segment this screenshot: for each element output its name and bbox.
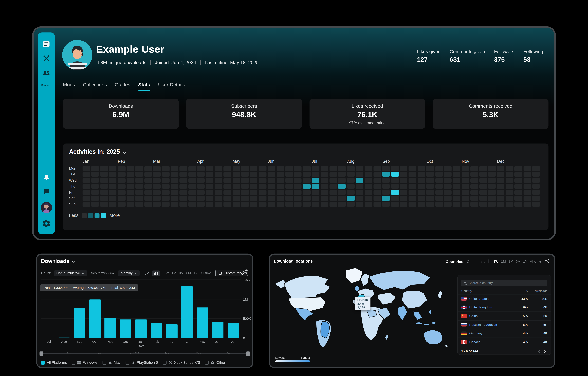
heatmap-cell[interactable]: [135, 190, 143, 195]
heatmap-cell[interactable]: [365, 190, 372, 195]
heatmap-cell[interactable]: [127, 202, 134, 207]
heatmap-cell[interactable]: [462, 178, 469, 183]
heatmap-cell[interactable]: [462, 172, 469, 177]
heatmap-cell[interactable]: [162, 202, 170, 207]
heatmap-cell[interactable]: [391, 166, 399, 171]
chart-bar-feb-7[interactable]: [151, 323, 162, 338]
heatmap-cell[interactable]: [153, 172, 161, 177]
heatmap-cell[interactable]: [374, 202, 381, 207]
heatmap-cell[interactable]: [417, 196, 425, 201]
heatmap-cell[interactable]: [180, 166, 187, 171]
other-checkbox[interactable]: [205, 361, 209, 365]
notifications-bell-icon[interactable]: [42, 173, 51, 182]
heatmap-cell[interactable]: [100, 190, 108, 195]
breakdown-dropdown[interactable]: Monthly: [118, 270, 140, 276]
heatmap-cell[interactable]: [435, 190, 443, 195]
heatmap-cell[interactable]: [135, 178, 143, 183]
heatmap-cell[interactable]: [312, 184, 320, 189]
heatmap-cell[interactable]: [118, 184, 125, 189]
range-6m[interactable]: 6M: [186, 271, 191, 275]
heatmap-cell[interactable]: [514, 202, 522, 207]
country-link[interactable]: China: [469, 314, 513, 318]
settings-gear-icon[interactable]: [42, 219, 51, 228]
chart-bar-apr-9[interactable]: [181, 286, 192, 338]
heatmap-cell[interactable]: [427, 184, 434, 189]
tab-collections[interactable]: Collections: [83, 82, 107, 91]
country-row[interactable]: Canada4%4K: [458, 337, 551, 346]
heatmap-cell[interactable]: [435, 172, 443, 177]
heatmap-cell[interactable]: [479, 172, 487, 177]
platform-filter-other[interactable]: Other: [205, 360, 225, 365]
heatmap-cell[interactable]: [83, 166, 90, 171]
heatmap-cell[interactable]: [409, 184, 417, 189]
heatmap-cell[interactable]: [162, 178, 170, 183]
heatmap-cell[interactable]: [444, 202, 452, 207]
heatmap-cell[interactable]: [135, 184, 143, 189]
heatmap-cell[interactable]: [409, 190, 417, 195]
heatmap-cell[interactable]: [321, 184, 328, 189]
heatmap-cell[interactable]: [241, 178, 249, 183]
heatmap-cell[interactable]: [312, 178, 320, 183]
heatmap-cell[interactable]: [277, 166, 284, 171]
heatmap-cell[interactable]: [532, 172, 540, 177]
heatmap-cell[interactable]: [232, 166, 240, 171]
heatmap-cell[interactable]: [303, 166, 310, 171]
chart-bar-oct-3[interactable]: [89, 299, 100, 338]
heatmap-cell[interactable]: [524, 178, 531, 183]
heatmap-cell[interactable]: [462, 184, 469, 189]
heatmap-cell[interactable]: [382, 166, 390, 171]
heatmap-cell[interactable]: [294, 178, 302, 183]
heatmap-cell[interactable]: [135, 196, 143, 201]
heatmap-cell[interactable]: [462, 196, 469, 201]
country-link[interactable]: United Kingdom: [469, 305, 513, 309]
heatmap-cell[interactable]: [303, 196, 310, 201]
heatmap-cell[interactable]: [391, 178, 399, 183]
heatmap-cell[interactable]: [427, 178, 434, 183]
heatmap-cell[interactable]: [338, 196, 346, 201]
country-link[interactable]: Germany: [469, 331, 513, 335]
heatmap-cell[interactable]: [241, 166, 249, 171]
chart-bar-nov-4[interactable]: [105, 318, 116, 338]
heatmap-cell[interactable]: [391, 184, 399, 189]
heatmap-cell[interactable]: [277, 184, 284, 189]
heatmap-cell[interactable]: [444, 178, 452, 183]
heatmap-cell[interactable]: [532, 202, 540, 207]
tab-stats[interactable]: Stats: [138, 82, 150, 91]
heatmap-cell[interactable]: [118, 190, 125, 195]
heatmap-cell[interactable]: [153, 184, 161, 189]
windows-checkbox[interactable]: [72, 361, 75, 365]
heatmap-cell[interactable]: [409, 202, 417, 207]
heatmap-cell[interactable]: [118, 196, 125, 201]
heatmap-cell[interactable]: [382, 190, 390, 195]
heatmap-cell[interactable]: [514, 184, 522, 189]
heatmap-cell[interactable]: [127, 172, 134, 177]
heatmap-cell[interactable]: [259, 184, 267, 189]
heatmap-cell[interactable]: [285, 190, 293, 195]
heatmap-cell[interactable]: [435, 178, 443, 183]
heatmap-cell[interactable]: [400, 196, 407, 201]
heatmap-cell[interactable]: [294, 202, 302, 207]
heatmap-cell[interactable]: [497, 172, 505, 177]
heatmap-cell[interactable]: [365, 178, 372, 183]
heatmap-cell[interactable]: [259, 172, 267, 177]
heatmap-cell[interactable]: [417, 184, 425, 189]
heatmap-cell[interactable]: [83, 178, 90, 183]
heatmap-cell[interactable]: [514, 166, 522, 171]
heatmap-cell[interactable]: [100, 166, 108, 171]
heatmap-cell[interactable]: [435, 184, 443, 189]
heatmap-cell[interactable]: [180, 196, 187, 201]
heatmap-cell[interactable]: [497, 184, 505, 189]
heatmap-cell[interactable]: [400, 166, 407, 171]
heatmap-cell[interactable]: [303, 172, 310, 177]
range-all-time[interactable]: All-time: [530, 260, 541, 263]
heatmap-cell[interactable]: [329, 202, 337, 207]
heatmap-cell[interactable]: [356, 166, 363, 171]
heatmap-cell[interactable]: [444, 184, 452, 189]
heatmap-cell[interactable]: [374, 190, 381, 195]
heatmap-cell[interactable]: [206, 196, 214, 201]
heatmap-cell[interactable]: [224, 202, 231, 207]
heatmap-cell[interactable]: [171, 196, 178, 201]
heatmap-cell[interactable]: [118, 166, 125, 171]
heatmap-cell[interactable]: [259, 190, 267, 195]
heatmap-cell[interactable]: [197, 190, 205, 195]
